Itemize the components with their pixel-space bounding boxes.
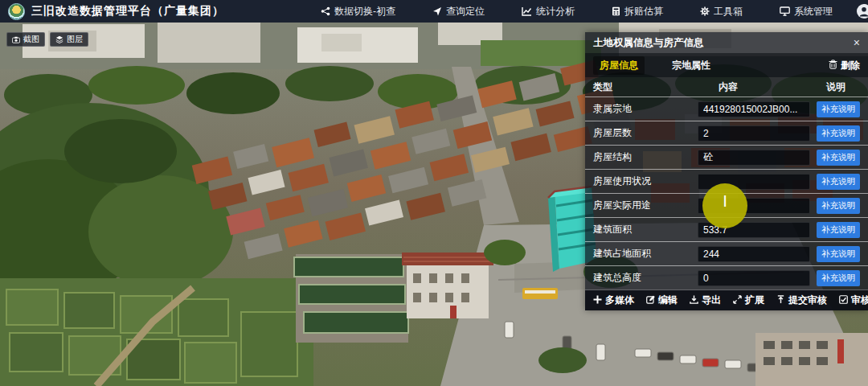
column-note: 说明	[815, 80, 857, 94]
menu-label: 拆赔估算	[624, 5, 663, 18]
panel-header: 土地权属信息与房产信息 ×	[585, 32, 868, 53]
table-row-footprint-area: 建筑占地面积 补充说明	[585, 241, 868, 265]
top-bar: 三旧改造数据管理平台（广量集团） 数据切换-初查 查询定位 统计分析 拆赔估算 …	[0, 0, 868, 23]
floors-field[interactable]	[698, 125, 810, 142]
supplement-note-button[interactable]: 补充说明	[817, 198, 860, 214]
locate-icon	[432, 6, 442, 16]
tool-label: 扩展	[745, 294, 764, 307]
table-row-parcel: 隶属宗地 补充说明	[585, 96, 868, 121]
panel-title: 土地权属信息与房产信息	[593, 36, 704, 50]
supplement-note-button[interactable]: 补充说明	[817, 246, 860, 262]
close-icon[interactable]: ×	[854, 37, 860, 48]
row-label: 隶属宗地	[593, 102, 698, 116]
menu-item-data-switch[interactable]: 数据切换-初查	[321, 5, 395, 18]
map-toolbar: 截图 图层	[6, 32, 88, 47]
app-window: 截图 图层 三旧改造数据管理平台（广量集团） 数据切换-初查 查询定位	[0, 0, 868, 386]
menu-item-estimate[interactable]: 拆赔估算	[612, 5, 663, 18]
menu-item-locate[interactable]: 查询定位	[432, 5, 485, 18]
table-row-structure: 房屋结构 补充说明	[585, 145, 868, 169]
gear-icon	[700, 6, 710, 16]
main-menu: 数据切换-初查 查询定位 统计分析 拆赔估算 工具箱 系统管理	[321, 5, 833, 18]
menu-label: 数据切换-初查	[334, 5, 395, 18]
row-label: 房屋层数	[593, 126, 698, 140]
edit-button[interactable]: 编辑	[646, 294, 678, 307]
tool-label: 导出	[702, 294, 721, 307]
multimedia-button[interactable]: 多媒体	[593, 294, 634, 307]
parcel-id-field[interactable]	[698, 101, 810, 117]
column-content: 内容	[698, 80, 815, 94]
supplement-note-button[interactable]: 补充说明	[817, 222, 860, 238]
layers-label: 图层	[67, 34, 83, 45]
row-label: 建筑占地面积	[593, 247, 698, 261]
edit-icon	[646, 295, 655, 306]
user-avatar[interactable]	[857, 4, 868, 18]
row-label: 建筑面积	[593, 223, 698, 236]
menu-label: 系统管理	[794, 5, 833, 18]
supplement-note-button[interactable]: 补充说明	[817, 174, 860, 190]
review-comments-icon	[839, 295, 848, 306]
stats-icon	[522, 6, 532, 16]
panel-action-toolbar: 多媒体 编辑 导出 扩展 提交审核 审核意见	[585, 290, 868, 310]
table-row-floors: 房屋层数 补充说明	[585, 121, 868, 145]
supplement-note-button[interactable]: 补充说明	[817, 125, 860, 142]
export-button[interactable]: 导出	[690, 294, 721, 307]
review-comments-button[interactable]: 审核意见	[839, 294, 868, 307]
property-info-panel: 土地权属信息与房产信息 × 房屋信息 宗地属性 删除 类型 内容 说明 隶属宗地…	[585, 32, 868, 310]
tab-house-info[interactable]: 房屋信息	[593, 56, 645, 75]
panel-tabbar: 房屋信息 宗地属性 删除	[585, 53, 868, 77]
screenshot-button[interactable]: 截图	[6, 32, 45, 47]
tool-label: 编辑	[658, 294, 678, 307]
click-indicator: |	[702, 183, 747, 228]
delete-button[interactable]: 删除	[829, 59, 860, 72]
menu-item-stats[interactable]: 统计分析	[522, 5, 575, 18]
text-cursor: |	[723, 193, 727, 207]
expand-icon	[733, 295, 742, 306]
row-label: 房屋实际用途	[593, 199, 698, 212]
submit-review-icon	[776, 295, 785, 306]
table-row-total-height: 建筑总高度 补充说明	[585, 265, 868, 290]
row-label: 建筑总高度	[593, 271, 698, 285]
submit-review-button[interactable]: 提交审核	[776, 294, 827, 307]
menu-label: 统计分析	[536, 5, 575, 18]
structure-field[interactable]	[698, 150, 810, 166]
app-title: 三旧改造数据管理平台（广量集团）	[31, 4, 224, 18]
delete-label: 删除	[841, 59, 860, 72]
tool-label: 多媒体	[605, 294, 634, 307]
export-icon	[690, 295, 698, 306]
menu-item-toolbox[interactable]: 工具箱	[700, 5, 743, 18]
estimate-icon	[612, 6, 620, 16]
app-logo	[8, 3, 25, 20]
menu-label: 工具箱	[714, 5, 743, 18]
plus-icon	[593, 295, 602, 306]
menu-item-system[interactable]: 系统管理	[780, 5, 833, 18]
supplement-note-button[interactable]: 补充说明	[817, 101, 860, 117]
trash-icon	[829, 60, 837, 72]
tool-label: 提交审核	[788, 294, 827, 307]
screenshot-label: 截图	[23, 34, 39, 45]
layers-icon	[55, 35, 63, 43]
monitor-icon	[780, 6, 790, 16]
tab-parcel-attributes[interactable]: 宗地属性	[665, 56, 717, 75]
menu-label: 查询定位	[446, 5, 485, 18]
footprint-area-field[interactable]	[698, 246, 810, 262]
data-switch-icon	[321, 6, 330, 16]
table-column-headers: 类型 内容 说明	[585, 77, 868, 96]
screenshot-icon	[12, 36, 20, 43]
row-label: 房屋使用状况	[593, 175, 698, 188]
supplement-note-button[interactable]: 补充说明	[817, 270, 860, 286]
row-label: 房屋结构	[593, 150, 698, 164]
tool-label: 审核意见	[851, 294, 868, 307]
layers-button[interactable]: 图层	[50, 32, 88, 47]
column-type: 类型	[593, 80, 698, 94]
total-height-field[interactable]	[698, 270, 810, 286]
supplement-note-button[interactable]: 补充说明	[817, 150, 860, 166]
expand-button[interactable]: 扩展	[733, 294, 764, 307]
